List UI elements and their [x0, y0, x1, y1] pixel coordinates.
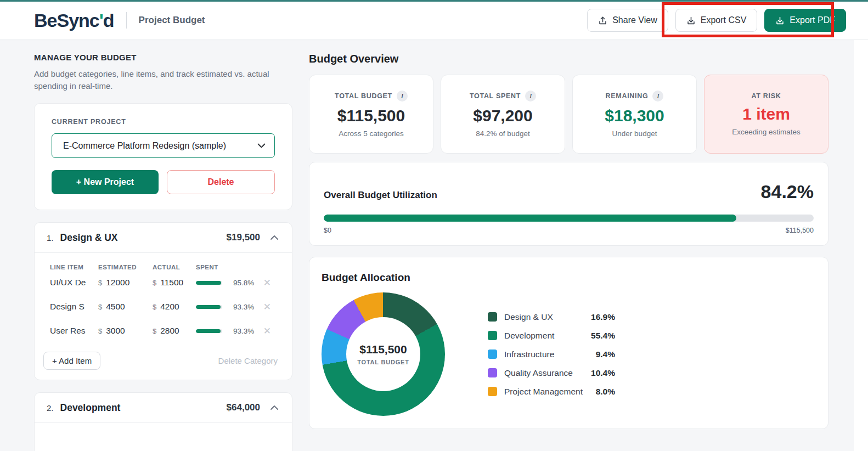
- allocation-title: Budget Allocation: [322, 272, 814, 284]
- allocation-card: Budget Allocation $115,500 TOTAL BUDGET …: [309, 257, 828, 429]
- line-item-table-header: LINE ITEM ESTIMATED ACTUAL SPENT: [50, 264, 284, 270]
- line-item-row: UI/UX De $12000 $11500 95.8% ✕: [50, 270, 284, 295]
- donut-center-label: TOTAL BUDGET: [357, 359, 409, 365]
- stat-card-total-budget: TOTAL BUDGET I $115,500 Across 5 categor…: [309, 75, 433, 154]
- legend-label: Development: [504, 331, 591, 341]
- currency-symbol: $: [98, 327, 102, 335]
- category-header[interactable]: 1. Design & UX $19,500: [35, 223, 292, 253]
- estimated-value: 3000: [106, 326, 125, 336]
- header-divider: [126, 12, 127, 29]
- line-item-table: LINE ITEM ESTIMATED ACTUAL SPENT UI/UX D…: [35, 253, 292, 343]
- download-icon: [686, 16, 696, 25]
- share-view-button[interactable]: Share View: [587, 9, 668, 32]
- remove-item-icon[interactable]: ✕: [258, 278, 284, 287]
- logo-text-2: d: [103, 10, 114, 31]
- logo-apostrophe: ': [99, 10, 103, 31]
- legend-swatch: [488, 387, 497, 396]
- utilization-progress-bar: [324, 215, 814, 222]
- spent-progress-bar: [196, 305, 222, 309]
- category-card-design-ux: 1. Design & UX $19,500 LINE ITEM ESTIMAT…: [34, 222, 292, 380]
- info-icon[interactable]: I: [525, 91, 536, 102]
- current-project-label: CURRENT PROJECT: [52, 118, 275, 126]
- legend-swatch: [488, 349, 497, 359]
- legend-item: Project Management 8.0%: [488, 382, 615, 401]
- stat-label: TOTAL BUDGET: [335, 92, 392, 100]
- col-estimated: ESTIMATED: [98, 264, 153, 270]
- category-card-development: 2. Development $64,000: [34, 392, 292, 451]
- delete-project-button[interactable]: Delete: [167, 170, 275, 194]
- actual-field[interactable]: $11500: [153, 278, 196, 287]
- overview-heading: Budget Overview: [309, 53, 828, 65]
- legend-percent: 8.0%: [596, 387, 615, 397]
- download-icon: [775, 16, 785, 25]
- actual-field[interactable]: $2800: [153, 326, 196, 336]
- legend-percent: 10.4%: [591, 368, 615, 378]
- info-icon[interactable]: I: [652, 91, 663, 102]
- export-csv-label: Export CSV: [701, 15, 747, 25]
- donut-center: $115,500 TOTAL BUDGET: [346, 317, 420, 391]
- allocation-legend: Design & UX 16.9% Development 55.4% Infr…: [488, 308, 615, 401]
- legend-item: Infrastructure 9.4%: [488, 345, 615, 364]
- spent-progress-bar: [196, 329, 222, 333]
- share-view-label: Share View: [612, 15, 657, 25]
- line-item-row: Design S $4500 $4200 93.3% ✕: [50, 295, 284, 319]
- legend-label: Design & UX: [504, 312, 591, 322]
- stat-card-total-spent: TOTAL SPENT I $97,200 84.2% of budget: [441, 75, 565, 154]
- actual-field[interactable]: $4200: [153, 302, 196, 312]
- remove-item-icon[interactable]: ✕: [258, 302, 284, 312]
- manage-budget-heading: MANAGE YOUR BUDGET: [34, 53, 292, 62]
- delete-category-button[interactable]: Delete Category: [218, 356, 278, 365]
- actual-value: 11500: [160, 278, 183, 287]
- stat-subtitle: Across 5 categories: [339, 129, 404, 138]
- export-pdf-button[interactable]: Export PDF: [764, 9, 846, 32]
- chevron-up-icon[interactable]: [270, 405, 279, 410]
- stat-value: $18,300: [605, 106, 664, 125]
- line-item-name-field[interactable]: Design S: [50, 302, 91, 312]
- stat-label: AT RISK: [752, 92, 781, 100]
- stat-value: $97,200: [473, 106, 532, 125]
- actual-value: 2800: [160, 326, 179, 336]
- export-csv-button[interactable]: Export CSV: [675, 9, 758, 32]
- legend-label: Quality Assurance: [504, 368, 591, 378]
- category-amount: $19,500: [227, 232, 260, 243]
- logo-text: BeSync: [34, 10, 99, 31]
- legend-percent: 16.9%: [591, 312, 615, 322]
- currency-symbol: $: [153, 327, 156, 335]
- col-actual: ACTUAL: [153, 264, 196, 270]
- estimated-field[interactable]: $3000: [98, 326, 153, 336]
- chevron-up-icon[interactable]: [270, 235, 279, 240]
- info-icon[interactable]: I: [397, 91, 408, 102]
- stat-value: $115,500: [337, 106, 405, 125]
- manage-budget-subtitle: Add budget categories, line items, and t…: [34, 68, 285, 92]
- estimated-field[interactable]: $12000: [98, 278, 153, 287]
- add-item-button[interactable]: + Add Item: [43, 352, 100, 370]
- project-select[interactable]: E-Commerce Platform Redesign (sample): [52, 133, 275, 158]
- legend-percent: 55.4%: [591, 331, 615, 341]
- remove-item-icon[interactable]: ✕: [258, 326, 284, 336]
- share-icon: [598, 16, 607, 25]
- legend-swatch: [488, 331, 497, 340]
- new-project-button[interactable]: + New Project: [52, 170, 159, 194]
- estimated-field[interactable]: $4500: [98, 302, 153, 312]
- stat-label: REMAINING: [606, 92, 649, 100]
- project-select-value: E-Commerce Platform Redesign (sample): [63, 141, 257, 151]
- utilization-title: Overall Budget Utilization: [324, 190, 437, 201]
- category-amount: $64,000: [227, 402, 260, 413]
- spent-percent: 95.8%: [230, 279, 258, 287]
- current-project-card: CURRENT PROJECT E-Commerce Platform Rede…: [34, 103, 292, 210]
- category-body-clipped: [35, 423, 292, 451]
- stat-card-at-risk: AT RISK 1 item Exceeding estimates: [704, 75, 828, 154]
- stat-label: TOTAL SPENT: [470, 92, 521, 100]
- line-item-name-field[interactable]: UI/UX De: [50, 278, 91, 287]
- main-content: MANAGE YOUR BUDGET Add budget categories…: [0, 40, 854, 451]
- legend-label: Project Management: [504, 387, 596, 397]
- line-item-name-field[interactable]: User Res: [50, 326, 91, 336]
- currency-symbol: $: [98, 279, 102, 287]
- stat-subtitle: 84.2% of budget: [476, 129, 529, 138]
- category-index: 2.: [47, 403, 54, 413]
- legend-item: Quality Assurance 10.4%: [488, 364, 615, 382]
- currency-symbol: $: [153, 303, 156, 311]
- utilization-max-label: $115,500: [786, 227, 814, 234]
- category-header[interactable]: 2. Development $64,000: [35, 393, 292, 423]
- export-pdf-label: Export PDF: [790, 15, 835, 25]
